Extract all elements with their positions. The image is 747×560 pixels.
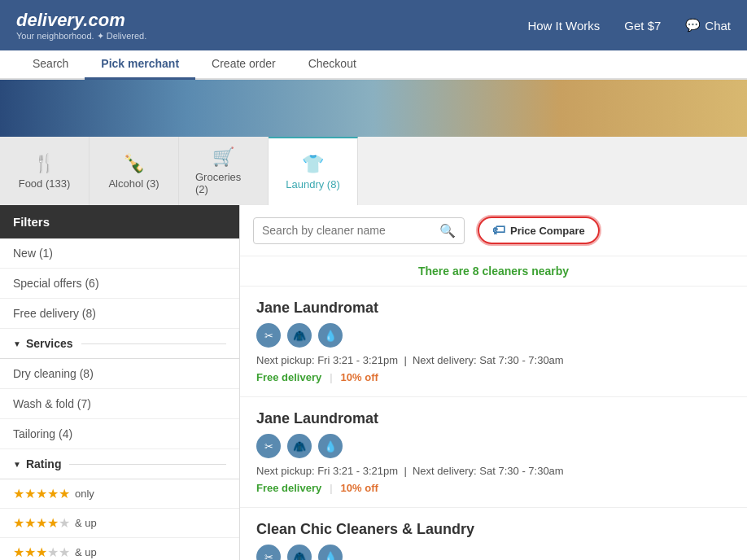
logo-title: delivery.com <box>16 10 146 31</box>
filter-wash-fold[interactable]: Wash & fold (7) <box>0 389 239 419</box>
merchant-icons-1: ✂ 🧥 💧 <box>256 323 731 348</box>
category-alcohol[interactable]: 🍾 Alcohol (3) <box>90 137 179 205</box>
services-arrow-icon: ▼ <box>13 339 21 348</box>
search-icon[interactable]: 🔍 <box>439 223 456 238</box>
stars-filled: ★★★★★ <box>13 486 70 501</box>
filter-special-offers[interactable]: Special offers (6) <box>0 269 239 299</box>
merchant-icon-scissors-2: ✂ <box>256 434 281 458</box>
nearby-count: There are 8 cleaners nearby <box>240 256 747 287</box>
merchant-times-1: Next pickup: Fri 3:21 - 3:21pm | Next de… <box>256 354 731 366</box>
merchant-icon-scissors-3: ✂ <box>256 545 281 560</box>
free-delivery-2: Free delivery <box>256 482 321 494</box>
tab-search[interactable]: Search <box>16 50 85 80</box>
services-divider <box>81 343 226 344</box>
free-delivery-1: Free delivery <box>256 371 321 383</box>
rating-3-stars[interactable]: ★★★★★ & up <box>0 538 239 560</box>
discount-2: 10% off <box>341 482 378 494</box>
merchant-name-2: Jane Laundromat <box>256 410 731 427</box>
header: delivery.com Your neighborhood. ✦ Delive… <box>0 0 747 50</box>
groceries-icon: 🛒 <box>212 147 234 168</box>
merchant-icon-hanger-2: 🧥 <box>287 434 312 458</box>
services-section-header[interactable]: ▼ Services <box>0 329 239 359</box>
logo-subtitle: Your neighborhood. ✦ Delivered. <box>16 31 146 42</box>
category-laundry[interactable]: 👕 Laundry (8) <box>269 137 358 205</box>
rating-arrow-icon: ▼ <box>13 460 21 469</box>
alcohol-icon: 🍾 <box>123 153 145 174</box>
category-nav: 🍴 Food (133) 🍾 Alcohol (3) 🛒 Groceries (… <box>0 137 747 205</box>
logo[interactable]: delivery.com Your neighborhood. ✦ Delive… <box>16 10 146 42</box>
merchant-card-2[interactable]: Jane Laundromat ✂ 🧥 💧 Next pickup: Fri 3… <box>240 397 747 508</box>
laundry-icon: 👕 <box>302 154 324 175</box>
tab-bar: Search Pick merchant Create order Checko… <box>0 50 747 80</box>
price-compare-button[interactable]: 🏷 Price Compare <box>478 217 600 244</box>
nav-get-7[interactable]: Get $7 <box>624 19 661 33</box>
filter-dry-cleaning[interactable]: Dry cleaning (8) <box>0 359 239 389</box>
main-content: Filters New (1) Special offers (6) Free … <box>0 205 747 560</box>
merchant-icons-2: ✂ 🧥 💧 <box>256 434 731 458</box>
merchant-name-3: Clean Chic Cleaners & Laundry <box>256 521 731 538</box>
filter-new[interactable]: New (1) <box>0 238 239 269</box>
separator-1: | <box>330 371 332 383</box>
rating-section-header[interactable]: ▼ Rating <box>0 449 239 479</box>
filters-header: Filters <box>0 205 239 238</box>
stars-4: ★★★★★ <box>13 515 70 531</box>
merchant-icon-laundry-3: 💧 <box>318 545 343 560</box>
category-groceries[interactable]: 🛒 Groceries (2) <box>179 137 269 205</box>
hero-banner <box>0 80 747 137</box>
discount-1: 10% off <box>341 371 378 383</box>
merchant-name-1: Jane Laundromat <box>256 300 731 317</box>
tab-create-order[interactable]: Create order <box>195 50 292 80</box>
merchant-icon-laundry-2: 💧 <box>318 434 343 458</box>
rating-divider <box>69 464 226 465</box>
header-nav: How It Works Get $7 💬 Chat <box>527 18 731 33</box>
right-content: 🔍 🏷 Price Compare There are 8 cleaners n… <box>240 205 747 560</box>
rating-5-stars[interactable]: ★★★★★ only <box>0 479 239 509</box>
merchant-card-1[interactable]: Jane Laundromat ✂ 🧥 💧 Next pickup: Fri 3… <box>240 287 747 397</box>
tab-pick-merchant[interactable]: Pick merchant <box>85 50 195 80</box>
merchant-icon-laundry: 💧 <box>318 323 343 348</box>
search-input[interactable] <box>262 224 439 237</box>
food-icon: 🍴 <box>33 153 55 174</box>
tab-checkout[interactable]: Checkout <box>292 50 373 80</box>
nav-chat[interactable]: 💬 Chat <box>685 18 731 33</box>
merchant-icon-hanger: 🧥 <box>287 323 312 348</box>
filter-free-delivery[interactable]: Free delivery (8) <box>0 299 239 329</box>
sidebar: Filters New (1) Special offers (6) Free … <box>0 205 240 560</box>
stars-3: ★★★★★ <box>13 545 70 560</box>
merchant-icon-hanger-3: 🧥 <box>287 545 312 560</box>
separator-2: | <box>330 482 332 494</box>
merchant-icon-scissors: ✂ <box>256 323 281 348</box>
merchant-icons-3: ✂ 🧥 💧 <box>256 545 731 560</box>
merchant-card-3[interactable]: Clean Chic Cleaners & Laundry ✂ 🧥 💧 Next… <box>240 508 747 560</box>
search-input-wrap[interactable]: 🔍 <box>253 217 465 244</box>
price-tag-icon: 🏷 <box>492 223 505 238</box>
nav-how-it-works[interactable]: How It Works <box>527 19 600 33</box>
merchant-times-2: Next pickup: Fri 3:21 - 3:21pm | Next de… <box>256 465 731 477</box>
search-bar-row: 🔍 🏷 Price Compare <box>240 205 747 256</box>
rating-4-stars[interactable]: ★★★★★ & up <box>0 509 239 538</box>
filter-tailoring[interactable]: Tailoring (4) <box>0 419 239 449</box>
merchant-offers-1: Free delivery | 10% off <box>256 371 731 383</box>
category-food[interactable]: 🍴 Food (133) <box>0 137 90 205</box>
merchant-offers-2: Free delivery | 10% off <box>256 482 731 494</box>
